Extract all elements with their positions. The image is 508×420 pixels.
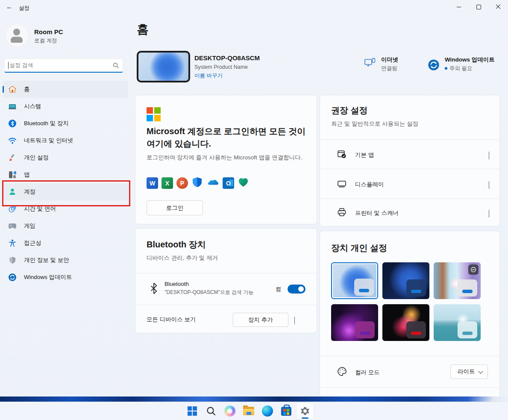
bluetooth-card: Bluetooth 장치 디바이스 관리, 추가 및 제거 Bluetooth …	[135, 228, 317, 333]
avatar-head	[13, 29, 20, 35]
theme-thumbnail-windows-bloom-dark[interactable]	[382, 262, 429, 299]
theme-preview-card	[406, 279, 426, 297]
chevron-right-icon	[489, 152, 489, 160]
edge-icon	[262, 405, 273, 417]
recommended-row-display[interactable]: 디스플레이	[320, 169, 499, 198]
ethernet-icon	[364, 57, 376, 71]
bluetooth-glyph-icon	[149, 282, 159, 296]
microsoft-account-card: Microsoft 계정으로 로그인하면 모든 것이 여기에 있습니다. 로그인…	[135, 95, 317, 224]
copilot-button[interactable]	[221, 403, 238, 419]
search-icon[interactable]	[113, 62, 119, 68]
sidebar-item-windows-update[interactable]: Windows 업데이트	[3, 269, 128, 286]
avatar[interactable]	[5, 24, 28, 47]
taskbar-search-button[interactable]	[203, 403, 220, 419]
theme-thumbnail-lake-landscape[interactable]	[434, 304, 481, 341]
view-all-devices-label[interactable]: 모든 디바이스 보기	[147, 316, 196, 323]
bluetooth-row-title: Bluetooth	[164, 281, 189, 287]
theme-thumbnail-windows-bloom-light[interactable]	[331, 262, 378, 299]
theme-preview-card	[355, 321, 375, 338]
sidebar-item-home[interactable]: 홈	[3, 81, 128, 98]
store-button[interactable]	[278, 403, 295, 419]
close-button[interactable]	[488, 0, 508, 14]
ethernet-title[interactable]: 이더넷	[381, 56, 399, 64]
account-card-title: Microsoft 계정으로 로그인하면 모든 것이 여기에 있습니다.	[147, 125, 310, 150]
outlook-icon: O	[223, 177, 234, 189]
search-icon	[206, 406, 216, 416]
device-wallpaper-thumbnail	[137, 51, 190, 82]
sidebar-item-label: 홈	[24, 85, 30, 93]
row-label: 기본 앱	[355, 151, 374, 159]
close-icon	[496, 4, 501, 9]
active-app-indicator	[302, 417, 308, 419]
copilot-icon	[224, 405, 235, 417]
powerpoint-icon: P	[176, 177, 188, 189]
windows-update-title[interactable]: Windows 업데이트	[445, 56, 495, 64]
desktop-wallpaper-strip	[0, 397, 508, 402]
account-card-description: 로그인하여 장치에 즐겨 사용하는 Microsoft 앱을 연결합니다.	[147, 153, 314, 162]
windows-update-status-icon	[428, 59, 440, 73]
sidebar-item-system[interactable]: 시스템	[3, 98, 128, 115]
search-placeholder: 설정 검색	[9, 62, 113, 69]
sidebar-item-personalization[interactable]: 개인 설정	[3, 149, 128, 166]
recommended-row-default-apps[interactable]: 기본 앱	[320, 139, 499, 169]
file-explorer-icon	[243, 407, 254, 415]
recommended-row-printers[interactable]: 프린터 및 스캐너	[320, 198, 499, 226]
chevron-right-icon[interactable]	[294, 317, 295, 325]
maximize-button[interactable]	[469, 0, 488, 14]
profile-account-type: 로컬 계정	[34, 37, 57, 44]
personalization-title: 장치 개인 설정	[331, 242, 387, 254]
text-caret	[8, 62, 9, 69]
edge-button[interactable]	[259, 403, 276, 419]
color-mode-value: 라이트	[458, 368, 475, 376]
home-icon	[8, 85, 17, 94]
add-device-button[interactable]: 장치 추가	[233, 313, 288, 327]
rename-link[interactable]: 이름 바꾸기	[194, 72, 223, 79]
display-icon	[337, 179, 346, 191]
theme-thumbnail-purple-glow-dark[interactable]	[331, 304, 378, 341]
minimize-button[interactable]	[449, 0, 469, 14]
sidebar-item-bluetooth-devices[interactable]: Bluetooth 및 장치	[3, 115, 128, 132]
bluetooth-toggle[interactable]	[288, 285, 305, 294]
ethernet-status: 연결됨	[381, 65, 397, 72]
search-input[interactable]: 설정 검색	[4, 59, 123, 73]
selected-indicator	[3, 86, 4, 93]
settings-button[interactable]	[297, 403, 314, 419]
toggle-state-label: 켬	[276, 285, 281, 293]
microsoft-store-icon	[281, 407, 291, 416]
theme-thumbnail-abstract-flower-dark[interactable]	[382, 304, 429, 341]
bluetooth-icon	[8, 119, 17, 128]
sidebar-item-gaming[interactable]: 게임	[3, 217, 128, 235]
sidebar-item-label: Bluetooth 및 장치	[24, 120, 69, 127]
theme-preview-card	[354, 279, 374, 296]
signin-button[interactable]: 로그인	[147, 200, 203, 215]
spotlight-badge-icon	[468, 264, 479, 275]
back-button[interactable]: ←	[6, 3, 13, 11]
default-apps-icon	[337, 150, 346, 161]
device-product: System Product Name	[194, 64, 248, 70]
recommended-settings-card: 권장 설정 최근 및 일반적으로 사용되는 설정 기본 앱 디스플레이 프린터 …	[320, 95, 500, 226]
window-title: 설정	[19, 5, 29, 12]
theme-preview-card	[458, 279, 477, 297]
word-icon: W	[147, 177, 158, 189]
sidebar-item-label: Windows 업데이트	[24, 273, 72, 281]
microsoft-logo-icon	[147, 107, 161, 121]
file-explorer-button[interactable]	[240, 403, 257, 419]
sidebar-item-privacy-security[interactable]: 개인 정보 및 보안	[3, 252, 128, 269]
sidebar-item-network-internet[interactable]: 네트워크 및 인터넷	[3, 132, 128, 149]
theme-thumbnail-spotlight-collage[interactable]	[434, 262, 481, 299]
color-mode-dropdown[interactable]: 라이트	[450, 364, 488, 379]
onedrive-icon	[206, 176, 219, 190]
attention-dot	[445, 67, 447, 70]
sidebar-item-accessibility[interactable]: 접근성	[3, 235, 128, 252]
theme-preview-card	[458, 321, 477, 338]
settings-gear-icon	[300, 405, 311, 417]
maximize-icon	[476, 5, 481, 9]
defender-icon	[191, 176, 203, 190]
chevron-right-icon	[489, 210, 489, 218]
sidebar-item-label: 개인 정보 및 보안	[24, 256, 69, 264]
sidebar-item-label: 게임	[24, 222, 35, 230]
chevron-right-icon	[489, 182, 489, 189]
start-button[interactable]	[184, 403, 201, 419]
accessibility-icon	[8, 239, 17, 247]
sidebar-item-label: 개인 설정	[24, 154, 49, 162]
